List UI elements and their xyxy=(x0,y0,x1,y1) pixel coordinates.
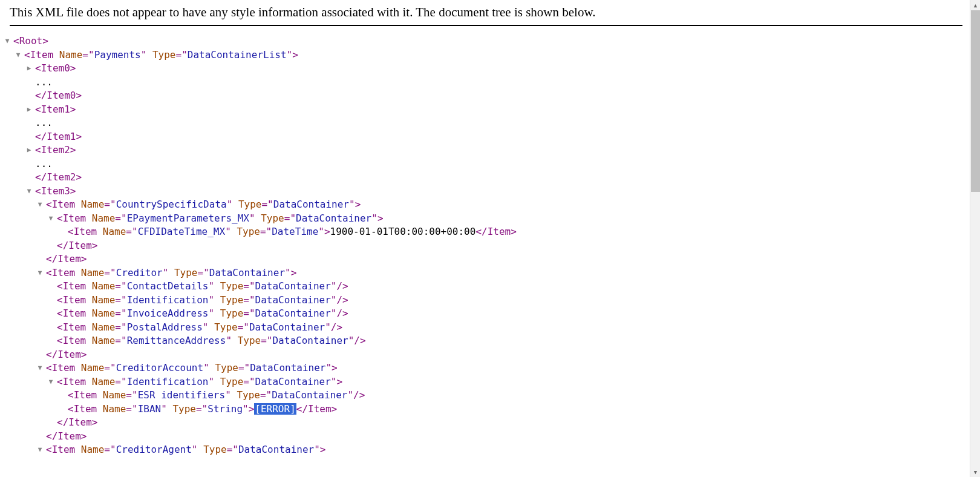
node-cfdi[interactable]: <Item Name="CFDIDateTime_MX" Type="DateT… xyxy=(68,225,962,239)
chevron-right-icon[interactable] xyxy=(24,143,34,157)
node-creditoraccount[interactable]: <Item Name="CreditorAccount" Type="DataC… xyxy=(46,361,962,375)
no-style-message: This XML file does not appear to have an… xyxy=(10,5,962,26)
node-identification[interactable]: <Item Name="Identification" Type="DataCo… xyxy=(57,294,962,308)
node-csd[interactable]: <Item Name="CountrySpecificData" Type="D… xyxy=(46,198,962,212)
xml-viewer-viewport: This XML file does not appear to have an… xyxy=(0,0,980,477)
selected-text: [ERROR] xyxy=(254,403,296,415)
node-epay[interactable]: <Item Name="EPaymentParameters_MX" Type=… xyxy=(57,212,962,226)
chevron-down-icon[interactable] xyxy=(24,185,34,198)
scrollbar-thumb[interactable] xyxy=(971,10,980,192)
content-area: This XML file does not appear to have an… xyxy=(0,0,970,477)
node-creditor[interactable]: <Item Name="Creditor" Type="DataContaine… xyxy=(46,266,962,280)
chevron-right-icon[interactable] xyxy=(24,62,34,75)
node-item1[interactable]: <Item1> xyxy=(35,103,962,117)
node-postaladdress[interactable]: <Item Name="PostalAddress" Type="DataCon… xyxy=(57,321,962,335)
node-iban[interactable]: <Item Name="IBAN" Type="String">[ERROR]<… xyxy=(68,403,962,416)
scroll-down-button[interactable]: ▼ xyxy=(970,467,980,477)
xml-tree: <Root> <Item Name="Payments" Type="DataC… xyxy=(13,35,962,457)
node-item3[interactable]: <Item3> xyxy=(35,185,962,199)
chevron-down-icon[interactable] xyxy=(13,48,23,62)
node-item1-close[interactable]: </Item1> xyxy=(35,130,962,144)
chevron-down-icon[interactable] xyxy=(46,375,56,389)
chevron-down-icon[interactable] xyxy=(35,198,45,211)
chevron-down-icon[interactable] xyxy=(46,212,56,225)
node-invoiceaddress[interactable]: <Item Name="InvoiceAddress" Type="DataCo… xyxy=(57,307,962,321)
ellipsis: ... xyxy=(35,157,962,171)
node-identification2-close[interactable]: </Item> xyxy=(57,416,962,430)
scroll-up-button[interactable]: ▲ xyxy=(970,0,980,10)
node-item0-close[interactable]: </Item0> xyxy=(35,89,962,103)
chevron-down-icon[interactable] xyxy=(35,361,45,375)
chevron-down-icon[interactable] xyxy=(35,443,45,456)
node-esr[interactable]: <Item Name="ESR identifiers" Type="DataC… xyxy=(68,389,962,403)
node-contact[interactable]: <Item Name="ContactDetails" Type="DataCo… xyxy=(57,280,962,294)
ellipsis: ... xyxy=(35,76,962,90)
node-root[interactable]: <Root> xyxy=(13,35,962,48)
node-csd-close[interactable]: </Item> xyxy=(46,252,962,266)
node-identification2[interactable]: <Item Name="Identification" Type="DataCo… xyxy=(57,375,962,389)
node-item2-close[interactable]: </Item2> xyxy=(35,171,962,185)
chevron-down-icon[interactable] xyxy=(2,35,12,48)
node-remittanceaddress[interactable]: <Item Name="RemittanceAddress" Type="Dat… xyxy=(57,334,962,348)
chevron-down-icon[interactable] xyxy=(35,266,45,280)
node-item0[interactable]: <Item0> xyxy=(35,62,962,76)
node-epay-close[interactable]: </Item> xyxy=(57,239,962,253)
node-creditoragent[interactable]: <Item Name="CreditorAgent" Type="DataCon… xyxy=(46,443,962,457)
vertical-scrollbar[interactable]: ▲ ▼ xyxy=(970,0,980,477)
node-payments[interactable]: <Item Name="Payments" Type="DataContaine… xyxy=(24,48,962,62)
chevron-right-icon[interactable] xyxy=(24,103,34,116)
node-creditor-close[interactable]: </Item> xyxy=(46,348,962,362)
node-item2[interactable]: <Item2> xyxy=(35,143,962,157)
ellipsis: ... xyxy=(35,116,962,130)
node-creditoraccount-close[interactable]: </Item> xyxy=(46,430,962,444)
